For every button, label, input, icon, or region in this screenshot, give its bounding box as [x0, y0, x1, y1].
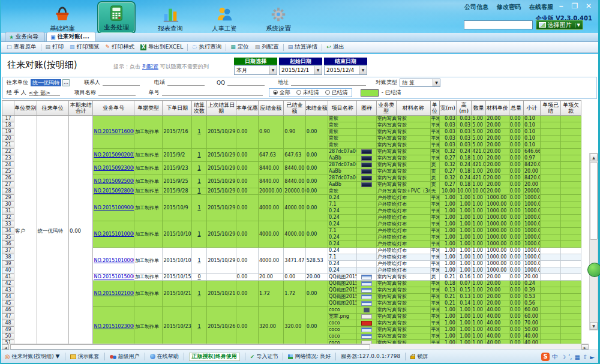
thumbnail-image[interactable]: [361, 334, 372, 339]
thumbnail-image[interactable]: [361, 321, 372, 326]
toolbar-button-detail[interactable]: 结算详情: [285, 43, 321, 52]
column-header-23[interactable]: 小计: [523, 101, 540, 116]
column-header-6[interactable]: 下单日期: [163, 101, 191, 116]
ribbon-item-chart[interactable]: 报表查询: [151, 4, 190, 34]
column-header-24[interactable]: 单项已结: [541, 101, 561, 116]
thumbnail-image[interactable]: [361, 169, 372, 174]
column-header-5[interactable]: 单据类型: [134, 101, 163, 116]
ribbon-item-basket[interactable]: 基础档案: [43, 4, 82, 34]
settle-times-link[interactable]: 1: [197, 188, 200, 194]
column-header-3[interactable]: 本期未结 合计: [69, 101, 93, 116]
column-header-10[interactable]: 应结金额: [258, 101, 283, 116]
settle-times-link[interactable]: 1: [197, 129, 200, 134]
statement-type-select[interactable]: 结 算▼: [400, 79, 440, 87]
column-header-19[interactable]: 高(m): [456, 101, 471, 116]
scroll-right-icon[interactable]: ►: [581, 344, 589, 350]
toolbar-button-excel[interactable]: 导出到EXCEL: [137, 43, 186, 52]
radio-option-1[interactable]: 未结清: [296, 89, 319, 97]
thumbnail-image[interactable]: [361, 182, 372, 187]
settle-times-link[interactable]: 1: [197, 166, 200, 171]
server-address[interactable]: 服务器:127.0.0.1:7798: [341, 353, 400, 360]
sogou-icon[interactable]: S: [541, 353, 550, 361]
settle-times-link[interactable]: 1: [197, 152, 200, 158]
filter-input[interactable]: [103, 79, 140, 86]
ime-lang-icon[interactable]: 中: [552, 353, 558, 361]
scroll-up-icon[interactable]: ▲: [590, 154, 598, 161]
pick-image-button[interactable]: 选择图片▼: [536, 20, 583, 30]
date-dropdown-0[interactable]: 本月▼: [234, 65, 277, 75]
horizontal-scroll-thumb[interactable]: [10, 344, 370, 350]
column-header-11[interactable]: 已结金额: [284, 101, 305, 116]
settle-times-link[interactable]: 0: [197, 274, 200, 279]
scroll-down-icon[interactable]: ▼: [590, 322, 598, 330]
toolbar-button-exit[interactable]: 退出: [323, 43, 347, 52]
column-header-18[interactable]: 宽(m): [439, 101, 456, 116]
column-header-17[interactable]: 单 位: [430, 101, 439, 116]
filter-input[interactable]: [227, 79, 265, 86]
import-cert[interactable]: ✔导入证书: [250, 353, 278, 360]
column-header-14[interactable]: 图样: [357, 101, 376, 116]
filter-input[interactable]: <全 部>: [29, 89, 60, 96]
filter-input[interactable]: [162, 89, 263, 96]
column-header-12[interactable]: 未结金额: [305, 101, 328, 116]
vertical-scrollbar[interactable]: ▲ ▼: [589, 153, 598, 330]
ribbon-item-people[interactable]: 人事工资: [205, 4, 244, 34]
filter-input[interactable]: [167, 79, 205, 86]
order-no-link[interactable]: NO.201509280001: [94, 188, 134, 194]
ribbon-item-calculator[interactable]: 业务处理: [97, 1, 136, 34]
company-selected-value[interactable]: 统一优玛特: [31, 79, 61, 86]
date-dropdown-1[interactable]: 2015/12/1▼: [279, 65, 322, 75]
floating-widget-button[interactable]: [587, 263, 600, 277]
toolbar-button-doc[interactable]: 查看原单: [4, 43, 40, 52]
column-header-9[interactable]: 本单优惠: [236, 101, 258, 116]
order-no-link[interactable]: NO.201510100002: [94, 258, 134, 263]
thumbnail-image[interactable]: [361, 327, 372, 332]
ribbon-item-gear[interactable]: 系统设置: [259, 4, 298, 34]
close-button[interactable]: ✕: [584, 2, 593, 10]
column-header-7[interactable]: 结算 次数: [191, 101, 206, 116]
toolbar-button-print[interactable]: 打印: [43, 43, 67, 52]
network-status[interactable]: 网络情况: 良好: [288, 353, 331, 360]
horizontal-scrollbar[interactable]: ◄ ►: [2, 344, 589, 350]
report-selector[interactable]: ◎往来对账(按明细) ▼: [5, 353, 60, 360]
toolbar-button-query[interactable]: 执行查询: [189, 43, 224, 52]
column-header-16[interactable]: 材料名称: [397, 101, 431, 116]
titlebar-link-1[interactable]: 修改密码: [497, 4, 521, 10]
order-no-link[interactable]: NO.201509250001: [94, 179, 134, 184]
column-header-22[interactable]: 总量: [509, 101, 523, 116]
image-search-input[interactable]: [464, 20, 533, 29]
ime-tools-icon[interactable]: ►: [590, 354, 595, 360]
toolbar-button-locate[interactable]: 定位: [227, 43, 252, 52]
column-header-4[interactable]: 业务单号: [93, 101, 134, 116]
settle-times-link[interactable]: 1: [197, 291, 200, 296]
radio-option-0[interactable]: 全部: [273, 89, 290, 97]
radio-icon[interactable]: [325, 90, 330, 95]
column-header-21[interactable]: 材料单价: [486, 101, 509, 116]
toolbar-button-cols[interactable]: 列配置: [252, 43, 282, 52]
column-header-13[interactable]: 项目名称: [328, 101, 356, 116]
tab-1[interactable]: ▣往来对账(...: [46, 32, 96, 41]
thumbnail-image[interactable]: [361, 288, 372, 293]
column-header-1[interactable]: 单位类别: [14, 101, 37, 116]
thumbnail-image[interactable]: [361, 163, 372, 167]
thumbnail-image[interactable]: [361, 314, 372, 319]
order-no-link[interactable]: NO.201510150004: [94, 274, 134, 279]
minimize-button[interactable]: －: [556, 2, 566, 10]
column-header-8[interactable]: 上次结算日 期: [207, 101, 236, 116]
radio-icon[interactable]: [296, 90, 301, 95]
order-no-link[interactable]: NO.201507160001: [94, 129, 134, 134]
column-header-25[interactable]: 单项欠款: [561, 101, 581, 116]
tab-0[interactable]: ★业务向导: [5, 32, 45, 41]
online-help[interactable]: 在线帮助: [150, 353, 179, 360]
order-no-link[interactable]: NO.201510230003: [94, 324, 134, 329]
order-no-link[interactable]: NO.201510090002: [94, 205, 134, 210]
thumbnail-image[interactable]: [361, 156, 372, 161]
titlebar-link-0[interactable]: 公司信息: [464, 4, 488, 10]
ime-keyboard-icon[interactable]: ▦: [574, 354, 580, 360]
scroll-left-icon[interactable]: ◄: [2, 344, 9, 350]
column-header-15[interactable]: 业务类型: [376, 101, 396, 116]
titlebar-link-2[interactable]: 在线客服: [529, 4, 553, 10]
settle-times-link[interactable]: 1: [197, 258, 200, 263]
column-config-link[interactable]: 列配置: [142, 64, 158, 70]
settle-times-link[interactable]: 1: [197, 205, 200, 210]
